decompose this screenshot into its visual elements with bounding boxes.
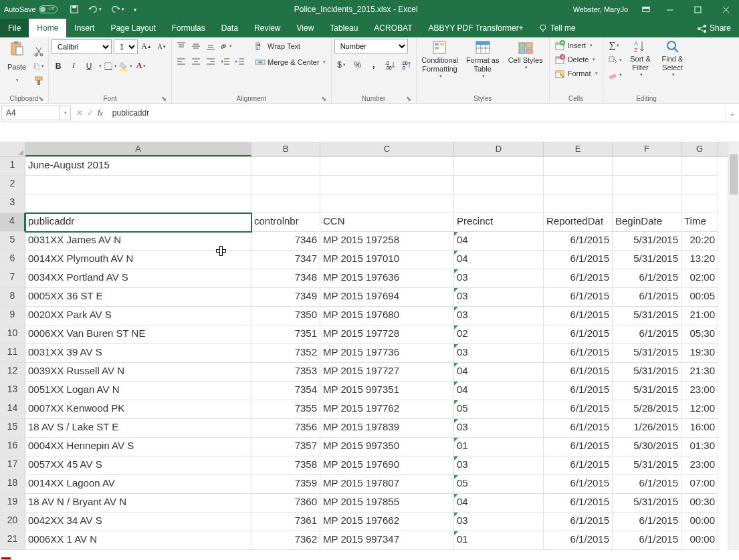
row-header[interactable]: 1 — [0, 157, 25, 176]
border-button[interactable]: ▾ — [104, 59, 117, 73]
cell[interactable]: MP 2015 197807 — [320, 475, 454, 494]
close-button[interactable] — [712, 0, 739, 19]
font-size-select[interactable]: 11 — [114, 39, 138, 54]
spreadsheet-grid[interactable]: ABCDEFG 1June-August 2015234publicaddrco… — [0, 142, 739, 550]
fill-color-button[interactable]: ▾ — [119, 59, 132, 73]
cell[interactable]: 0031XX 39 AV S — [25, 344, 251, 363]
row-header[interactable]: 9 — [0, 307, 25, 325]
cell[interactable]: 0005XX 36 ST E — [25, 288, 251, 307]
cell[interactable]: 7346 — [251, 232, 320, 251]
italic-button[interactable]: I — [67, 59, 80, 73]
cell[interactable]: 02:00 — [681, 269, 718, 288]
cell[interactable]: 6/1/2015 — [544, 531, 613, 550]
cell[interactable]: 0039XX Russell AV N — [25, 363, 251, 382]
align-bottom-button[interactable] — [204, 39, 217, 53]
user-name[interactable]: Webster, MaryJo — [573, 5, 628, 13]
cell[interactable]: 16:00 — [681, 419, 718, 438]
tab-acrobat[interactable]: ACROBAT — [366, 19, 420, 37]
cell[interactable]: 00:30 — [681, 494, 718, 513]
name-box-dropdown[interactable]: ▾ — [60, 106, 71, 120]
cell[interactable]: 04 — [454, 494, 544, 513]
share-button[interactable]: Share — [690, 19, 739, 37]
minimize-button[interactable] — [656, 0, 683, 19]
row-header[interactable]: 18 — [0, 475, 25, 494]
cell[interactable]: 7360 — [251, 494, 320, 513]
align-top-button[interactable] — [175, 39, 188, 53]
name-box[interactable]: A4 — [1, 106, 60, 120]
cell[interactable]: 6/1/2015 — [544, 513, 613, 531]
align-middle-button[interactable] — [189, 39, 203, 53]
cell[interactable]: 7356 — [251, 419, 320, 438]
cell[interactable]: 7354 — [251, 382, 320, 400]
ribbon-display-icon[interactable] — [641, 5, 651, 14]
cell[interactable]: 01 — [454, 438, 544, 456]
cell[interactable]: MP 2015 197736 — [320, 344, 454, 363]
cell[interactable] — [544, 176, 613, 194]
cell[interactable]: MP 2015 997351 — [320, 382, 454, 400]
row-header[interactable]: 10 — [0, 325, 25, 344]
comma-format-button[interactable]: , — [366, 57, 381, 72]
bold-button[interactable]: B — [51, 59, 65, 73]
cell[interactable] — [320, 157, 454, 176]
launcher-icon[interactable]: ⬊ — [320, 95, 327, 102]
cell[interactable]: 18 AV N / Bryant AV N — [25, 494, 251, 513]
cell[interactable]: 5/31/2015 — [613, 344, 681, 363]
cell[interactable] — [25, 176, 251, 194]
cell[interactable]: MP 2015 197762 — [320, 400, 454, 419]
save-icon[interactable] — [68, 3, 80, 15]
cell[interactable]: 6/1/2015 — [544, 382, 613, 400]
tab-data[interactable]: Data — [213, 19, 246, 37]
cell[interactable]: MP 2015 197680 — [320, 307, 454, 325]
find-select-button[interactable]: Find & Select▾ — [658, 39, 688, 94]
select-all-button[interactable] — [0, 142, 25, 156]
cell[interactable]: 19:30 — [681, 344, 718, 363]
tab-tableau[interactable]: Tableau — [322, 19, 366, 37]
cell[interactable]: 03 — [454, 513, 544, 531]
cell[interactable]: 07:00 — [681, 475, 718, 494]
cell[interactable]: 01 — [454, 531, 544, 550]
enter-formula-icon[interactable]: ✓ — [87, 108, 94, 118]
cell[interactable]: 7353 — [251, 363, 320, 382]
cell[interactable]: 0007XX Kenwood PK — [25, 400, 251, 419]
percent-format-button[interactable]: % — [350, 57, 365, 72]
tell-me-search[interactable]: Tell me — [532, 19, 583, 37]
column-header-F[interactable]: F — [613, 142, 681, 156]
cell[interactable]: 5/31/2015 — [613, 494, 681, 513]
row-header[interactable]: 14 — [0, 400, 25, 419]
cell[interactable]: 0051XX Logan AV N — [25, 382, 251, 400]
cell[interactable]: 5/31/2015 — [613, 382, 681, 400]
cell[interactable]: 6/1/2015 — [544, 363, 613, 382]
cell[interactable]: 21:00 — [681, 307, 718, 325]
row-header[interactable]: 12 — [0, 363, 25, 382]
cell[interactable]: 7350 — [251, 307, 320, 325]
cell[interactable]: 6/1/2015 — [544, 400, 613, 419]
cell[interactable]: 6/1/2015 — [544, 269, 613, 288]
cell[interactable]: 6/1/2015 — [544, 494, 613, 513]
cell[interactable]: 7355 — [251, 400, 320, 419]
cell[interactable]: 6/1/2015 — [544, 307, 613, 325]
cell[interactable] — [454, 194, 544, 213]
cell[interactable] — [681, 194, 718, 213]
column-header-B[interactable]: B — [251, 142, 320, 156]
cell[interactable]: 6/1/2015 — [613, 269, 681, 288]
decrease-font-button[interactable]: A▼ — [155, 40, 169, 53]
cell[interactable]: 6/1/2015 — [544, 456, 613, 475]
cell[interactable]: 7348 — [251, 269, 320, 288]
accounting-format-button[interactable]: $▾ — [334, 57, 349, 72]
copy-button[interactable]: ▾ — [32, 59, 45, 73]
cell[interactable] — [681, 176, 718, 194]
cell[interactable]: June-August 2015 — [25, 157, 251, 176]
decrease-indent-button[interactable] — [219, 55, 232, 68]
cell[interactable]: Precinct — [454, 213, 544, 232]
tab-page-layout[interactable]: Page Layout — [102, 19, 163, 37]
cell[interactable]: 6/1/2015 — [613, 475, 681, 494]
cell[interactable]: 05:30 — [681, 325, 718, 344]
format-painter-button[interactable] — [32, 74, 45, 88]
row-header[interactable]: 17 — [0, 456, 25, 475]
cell[interactable]: MP 2015 197855 — [320, 494, 454, 513]
redo-icon[interactable]: ▾ — [110, 3, 126, 15]
cell[interactable]: 04 — [454, 251, 544, 269]
row-header[interactable]: 21 — [0, 531, 25, 550]
row-header[interactable]: 19 — [0, 494, 25, 513]
cell[interactable]: 6/1/2015 — [613, 325, 681, 344]
